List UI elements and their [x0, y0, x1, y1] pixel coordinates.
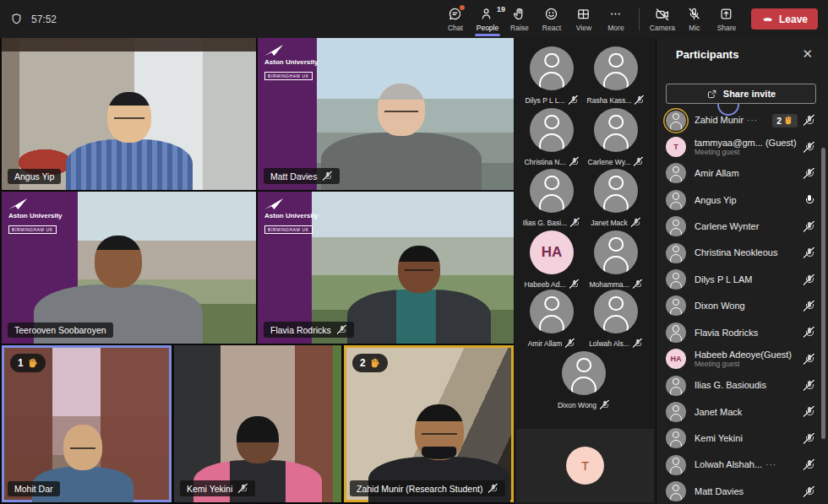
participant-row-lolwah-alshah[interactable]: Lolwah Alshah...··· — [656, 452, 828, 478]
overflow-name: Carlene Wy... — [588, 158, 631, 166]
video-tile-teerooven-soobaroyen[interactable]: Aston University BIRMINGHAM UK Teerooven… — [2, 192, 256, 344]
overflow-participant[interactable]: Dixon Wong — [553, 351, 615, 410]
mic-label: Mic — [689, 24, 700, 32]
mic-muted-icon — [565, 339, 575, 348]
participant-row-amir-allam[interactable]: Amir Allam — [656, 160, 828, 187]
overflow-participant[interactable]: Carlene Wy... — [585, 108, 647, 167]
avatar — [666, 243, 686, 263]
people-button[interactable]: 19 People — [471, 0, 504, 38]
camera-off-icon — [655, 7, 670, 22]
more-options-dots[interactable]: ··· — [765, 460, 776, 469]
video-tile-matt-davies[interactable]: Aston University BIRMINGHAM UK Matt Davi… — [258, 38, 514, 190]
tile-name-text: Teerooven Soobaroyen — [14, 325, 106, 335]
raise-label: Raise — [510, 24, 529, 32]
participant-row-matt-davies[interactable]: Matt Davies — [656, 478, 828, 504]
participants-list: Zahid Munir··· 2 T tammyaa@gm... (Guest)… — [656, 107, 828, 504]
participants-panel: Participants ✕ Share invite Zahid Munir·… — [656, 38, 828, 504]
participant-name-label: Matt Davies — [264, 168, 340, 184]
video-tile-guest-t[interactable]: T — [516, 429, 654, 502]
mic-muted-icon — [803, 274, 814, 285]
aston-university-logo: Aston University BIRMINGHAM UK — [264, 198, 319, 235]
avatar-initials: T — [666, 137, 686, 157]
participant-row-kemi-yekini[interactable]: Kemi Yekini — [656, 425, 828, 452]
raise-button[interactable]: Raise — [504, 0, 536, 38]
mic-muted-icon — [631, 218, 640, 227]
avatar — [666, 111, 686, 131]
share-invite-icon — [706, 89, 717, 100]
avatar — [530, 46, 574, 90]
mic-muted-icon — [569, 95, 578, 105]
more-options-dots[interactable]: ··· — [747, 116, 758, 125]
participant-row-tammyaa-guest[interactable]: T tammyaa@gm... (Guest) Meeting guest — [656, 133, 828, 160]
avatar — [594, 290, 638, 333]
avatar — [594, 108, 638, 152]
participants-header: Participants ✕ — [656, 38, 828, 72]
avatar — [666, 376, 686, 396]
participant-row-habeeb-adeoye[interactable]: HA Habeeb Adeoye(Guest) Meeting guest — [656, 346, 828, 372]
participant-row-dixon-wong[interactable]: Dixon Wong — [656, 293, 828, 319]
video-tile-angus-yip[interactable]: Angus Yip — [2, 38, 256, 190]
hang-up-icon — [761, 13, 774, 25]
mic-muted-icon — [337, 325, 346, 334]
share-button[interactable]: Share — [711, 0, 743, 38]
video-tile-mohit-dar[interactable]: 1 Mohit Dar — [2, 345, 172, 502]
avatar — [666, 190, 686, 210]
participant-row-flavia-rodricks[interactable]: Flavia Rodricks — [656, 319, 828, 345]
mic-muted-icon — [803, 115, 814, 126]
mic-muted-icon — [570, 218, 580, 227]
overflow-name: Habeeb Ad... — [524, 280, 565, 289]
react-button[interactable]: React — [536, 0, 568, 38]
camera-button[interactable]: Camera — [646, 0, 678, 38]
share-invite-button[interactable]: Share invite — [666, 84, 816, 104]
overflow-participant[interactable]: Lolwah Als... — [585, 290, 647, 349]
mic-muted-icon — [634, 157, 643, 166]
overflow-participant[interactable]: Amir Allam — [520, 290, 583, 349]
mic-muted-icon — [803, 354, 814, 365]
overflow-name: Dixon Wong — [558, 401, 596, 409]
teams-meeting-window: 57:52 Chat 19 People — [0, 0, 828, 504]
avatar — [530, 290, 574, 333]
participant-row-christina-neokleous[interactable]: Christina Neokleous — [656, 240, 828, 266]
close-icon[interactable]: ✕ — [798, 45, 816, 63]
mic-button[interactable]: Mic — [678, 0, 711, 38]
participant-row-dilys-p-l-lam[interactable]: Dilys P L LAM — [656, 266, 828, 292]
video-tile-zahid-munir[interactable]: 2 Zahid Munir (Research Student) — [344, 345, 514, 502]
tile-name-text: Angus Yip — [14, 171, 54, 182]
participant-row-ilias-basioudis[interactable]: Ilias G. Basioudis — [656, 372, 828, 398]
participant-row-carlene-wynter[interactable]: Carlene Wynter — [656, 214, 828, 240]
mic-muted-icon — [323, 171, 332, 181]
avatar — [666, 216, 686, 236]
mic-muted-icon — [488, 484, 498, 493]
mic-muted-icon — [803, 486, 814, 497]
leave-button[interactable]: Leave — [751, 8, 818, 30]
mic-muted-icon — [803, 459, 814, 470]
overflow-participant[interactable]: Janet Mack — [585, 169, 647, 228]
mic-muted-icon — [803, 301, 814, 312]
video-tile-flavia-rodricks[interactable]: Aston University BIRMINGHAM UK Flavia Ro… — [258, 192, 514, 344]
overflow-participant[interactable]: HA Habeeb Ad... — [520, 230, 583, 290]
overflow-participant[interactable]: Rasha Kass... — [585, 46, 647, 106]
chat-label: Chat — [448, 24, 463, 32]
tile-name-text: Matt Davies — [270, 171, 317, 182]
participant-row-zahid-munir[interactable]: Zahid Munir··· 2 — [656, 107, 828, 133]
meeting-guest-subtitle: Meeting guest — [695, 149, 797, 157]
mic-muted-icon — [803, 168, 814, 179]
overflow-participant[interactable]: Christina N... — [520, 108, 583, 167]
mic-muted-icon — [803, 380, 814, 391]
mic-muted-icon — [633, 279, 642, 289]
view-button[interactable]: View — [568, 0, 600, 38]
overflow-name: Janet Mack — [591, 219, 627, 227]
participants-scrollbar[interactable] — [821, 148, 825, 439]
hand-count: 2 — [360, 357, 366, 369]
participant-row-janet-mack[interactable]: Janet Mack — [656, 398, 828, 425]
toolbar-divider — [639, 8, 640, 30]
overflow-participant[interactable]: Mohamma... — [585, 230, 647, 290]
tile-name-text: Zahid Munir (Research Student) — [357, 484, 482, 494]
participant-row-angus-yip[interactable]: Angus Yip — [656, 187, 828, 213]
video-tile-kemi-yekini[interactable]: Kemi Yekini — [174, 345, 341, 502]
overflow-participant[interactable]: Dilys P L L... — [520, 46, 583, 106]
chat-button[interactable]: Chat — [439, 0, 471, 38]
more-button[interactable]: More — [600, 0, 632, 38]
overflow-participant[interactable]: Ilias G. Basi... — [520, 169, 583, 228]
participant-name-label: Kemi Yekini — [180, 480, 255, 496]
